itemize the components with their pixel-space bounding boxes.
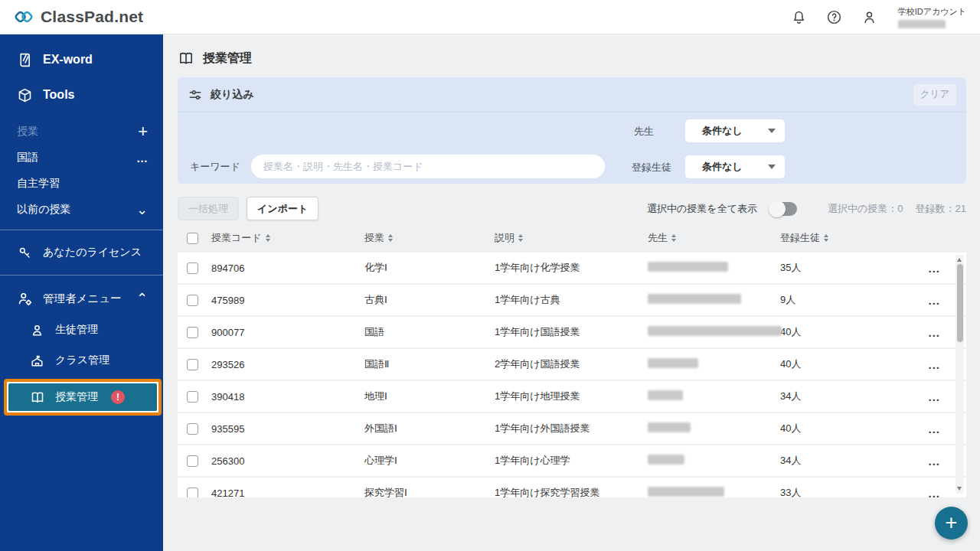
show-selected-toggle[interactable] (769, 202, 797, 216)
teacher-filter-dropdown[interactable]: 条件なし (685, 119, 785, 142)
sidebar-label: あなたのライセンス (43, 246, 148, 259)
table-row[interactable]: 935595 外国語Ⅰ 1学年向け外国語授業 40人 ... (178, 413, 966, 444)
sidebar-label: クラス管理 (55, 354, 148, 367)
column-header-students[interactable]: 登録生徒 (780, 231, 920, 245)
app-window: ClassPad.net (0, 0, 980, 551)
sidebar-label: 国語 (17, 151, 126, 165)
admin-person-gear-icon (17, 291, 33, 307)
column-header-teacher[interactable]: 先生 (648, 231, 780, 245)
row-checkbox[interactable] (187, 391, 198, 403)
row-menu-icon[interactable]: ... (928, 422, 940, 435)
row-checkbox[interactable] (187, 262, 198, 274)
open-book-icon (178, 50, 194, 67)
row-menu-icon[interactable]: ... (928, 390, 940, 403)
table-row[interactable]: 894706 化学Ⅰ 1学年向け化学授業 35人 ... (178, 253, 966, 283)
students-filter-label: 登録生徒 (632, 161, 671, 174)
table-row[interactable]: 390418 地理Ⅰ 1学年向け地理授業 34人 ... (178, 381, 966, 412)
table-toolbar: 一括処理 インポート 選択中の授業を全て表示 選択中の授業：0 登録数：21 (178, 197, 966, 220)
filter-sliders-icon (188, 87, 203, 103)
chevron-down-icon: ⌄ (136, 206, 148, 214)
dictionary-icon (17, 52, 33, 68)
clear-filter-button[interactable]: クリア (913, 84, 956, 106)
sidebar-item-tools[interactable]: Tools (0, 77, 163, 112)
notification-bell-icon[interactable] (791, 8, 808, 25)
sidebar-item-kokugo[interactable]: 国語 … (0, 145, 163, 171)
row-menu-icon[interactable]: ... (928, 358, 940, 371)
select-all-checkbox[interactable] (187, 233, 198, 244)
row-menu-icon[interactable]: ... (928, 487, 940, 498)
teacher-name-redacted (648, 390, 683, 400)
teacher-name-redacted (648, 262, 728, 272)
table-header-row: 授業コード 授業 説明 先生 登録生徒 (178, 223, 966, 253)
teacher-name-redacted (648, 487, 724, 497)
sidebar-nav: EX-word Tools 授業 + 国語 … 自主学習 以前の授業 ⌄ (0, 34, 163, 551)
sort-icon (518, 234, 523, 242)
page-title: 授業管理 (178, 50, 966, 67)
table-row[interactable]: 256300 心理学Ⅰ 1学年向け心理学 34人 ... (178, 445, 966, 476)
teacher-name-redacted (648, 326, 782, 336)
row-checkbox[interactable] (187, 359, 198, 370)
row-menu-icon[interactable]: ... (928, 455, 940, 468)
chevron-up-icon: ⌃ (136, 295, 148, 302)
row-checkbox[interactable] (187, 455, 198, 467)
sidebar-item-self-study[interactable]: 自主学習 (0, 171, 163, 197)
column-header-class[interactable]: 授業 (364, 231, 495, 245)
table-row[interactable]: 900077 国語 1学年向け国語授業 40人 ... (178, 317, 966, 347)
selected-count: 選択中の授業：0 (828, 202, 903, 216)
teacher-name-redacted (648, 422, 691, 432)
toggle-knob (769, 201, 786, 217)
kokugo-menu-icon[interactable]: … (136, 152, 148, 165)
teacher-name-redacted (648, 455, 684, 465)
account-name-redacted (898, 20, 946, 28)
key-icon (17, 245, 33, 261)
sidebar-label: EX-word (43, 53, 148, 67)
registered-count: 登録数：21 (916, 202, 966, 216)
sidebar-item-lesson-mgmt-active[interactable]: 授業管理 ! (8, 383, 157, 411)
keyword-search-input[interactable] (251, 155, 605, 178)
table-row[interactable]: 421271 探究学習Ⅰ 1学年向け探究学習授業 33人 ... (178, 478, 966, 497)
table-row[interactable]: 293526 国語Ⅱ 2学年向け国語授業 40人 ... (178, 349, 966, 380)
row-menu-icon[interactable]: ... (928, 294, 940, 307)
account-type-label: 学校IDアカウント (898, 6, 966, 18)
row-checkbox[interactable] (187, 487, 198, 498)
row-checkbox[interactable] (187, 423, 198, 435)
scroll-up-arrow-icon[interactable] (957, 258, 962, 262)
sidebar-item-previous-lessons[interactable]: 以前の授業 ⌄ (0, 197, 163, 223)
scrollbar-thumb[interactable] (957, 264, 963, 342)
table-scrollbar[interactable] (956, 255, 964, 494)
page-title-text: 授業管理 (203, 51, 252, 67)
import-button[interactable]: インポート (247, 197, 318, 220)
sidebar-divider (0, 230, 163, 230)
sort-icon (824, 234, 828, 242)
sidebar-item-class-mgmt[interactable]: クラス管理 (0, 345, 163, 376)
classpad-logo[interactable]: ClassPad.net (14, 7, 143, 27)
table-row[interactable]: 475989 古典Ⅰ 1学年向け古典 9人 ... (178, 285, 966, 315)
main-content: 授業管理 絞り込み クリア キーワード 先生 条 (163, 34, 980, 551)
sidebar-item-your-license[interactable]: あなたのライセンス (0, 237, 163, 268)
add-lesson-icon[interactable]: + (138, 123, 148, 140)
sidebar-item-admin-menu[interactable]: 管理者メニュー ⌃ (0, 282, 163, 315)
row-checkbox[interactable] (187, 327, 198, 338)
column-header-description[interactable]: 説明 (495, 231, 648, 245)
account-person-icon[interactable] (861, 8, 878, 25)
teacher-filter-label: 先生 (634, 125, 654, 139)
toolbox-icon (17, 87, 33, 103)
teacher-name-redacted (648, 294, 741, 304)
sidebar-item-ex-word[interactable]: EX-word (0, 42, 163, 77)
filter-header: 絞り込み クリア (178, 77, 966, 112)
account-info[interactable]: 学校IDアカウント (898, 6, 966, 28)
help-icon[interactable] (826, 8, 843, 25)
sidebar-item-student-mgmt[interactable]: 生徒管理 (0, 315, 163, 345)
annotation-highlight-box: 授業管理 ! (4, 379, 162, 416)
filter-panel: 絞り込み クリア キーワード 先生 条件なし 登録生徒 条件なし (178, 77, 966, 184)
row-checkbox[interactable] (187, 295, 198, 306)
show-selected-label: 選択中の授業を全て表示 (647, 202, 757, 216)
students-filter-value: 条件なし (702, 160, 743, 174)
column-header-code[interactable]: 授業コード (211, 231, 364, 245)
row-menu-icon[interactable]: ... (928, 326, 940, 339)
add-class-fab-button[interactable]: + (935, 507, 968, 540)
scroll-down-arrow-icon[interactable] (957, 487, 962, 491)
students-filter-dropdown[interactable]: 条件なし (685, 155, 785, 178)
row-menu-icon[interactable]: ... (928, 262, 940, 275)
alert-exclamation-badge: ! (111, 390, 125, 404)
